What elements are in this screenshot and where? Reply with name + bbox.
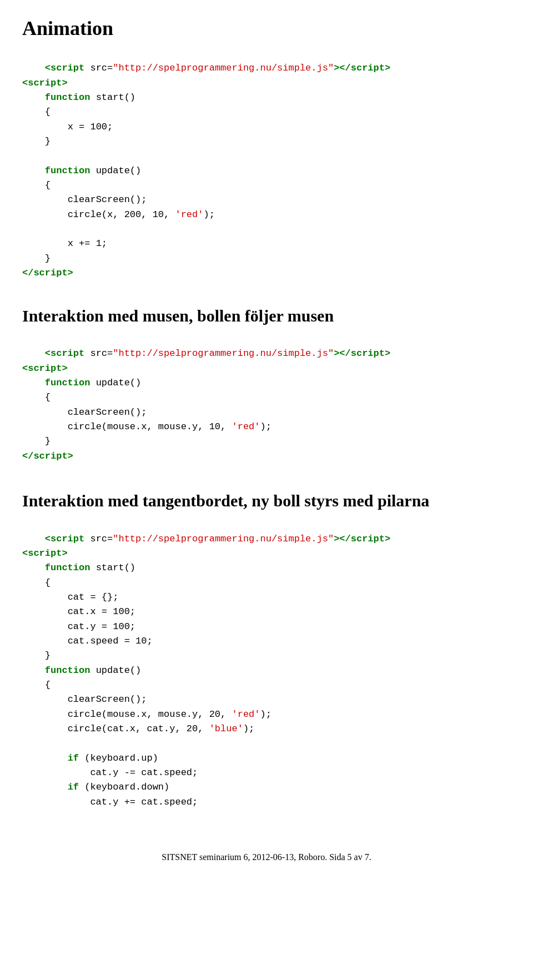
- tag-script-open-2: <script>: [22, 363, 68, 374]
- tag-script-3: <script: [45, 534, 90, 544]
- code-block-mouse: <script src="http://spelprogrammering.nu…: [22, 332, 511, 478]
- tag-script-2: <script: [45, 348, 90, 359]
- section-keyboard: Interaktion med tangentbordet, ny boll s…: [22, 491, 511, 824]
- kw-function-1: function: [45, 92, 90, 103]
- heading-keyboard: Interaktion med tangentbordet, ny boll s…: [22, 491, 511, 510]
- tag-script-open-3: <script>: [22, 548, 68, 559]
- kw-if-2: if: [68, 782, 79, 792]
- kw-function-2: function: [45, 165, 90, 176]
- code-block-keyboard: <script src="http://spelprogrammering.nu…: [22, 517, 511, 824]
- heading-mouse: Interaktion med musen, bollen följer mus…: [22, 306, 511, 325]
- kw-if-1: if: [68, 753, 79, 763]
- footer: SITSNET seminarium 6, 2012-06-13, Roboro…: [22, 847, 511, 862]
- footer-text: SITSNET seminarium 6, 2012-06-13, Roboro…: [162, 852, 371, 862]
- tag-script-open-1: <script>: [22, 78, 68, 88]
- tag-script-1: <script: [45, 63, 90, 73]
- kw-function-5: function: [45, 665, 90, 676]
- code-block-animation: <script src="http://spelprogrammering.nu…: [22, 47, 511, 295]
- kw-function-3: function: [45, 378, 90, 388]
- section-animation: Animation <script src="http://spelprogra…: [22, 17, 511, 295]
- heading-animation: Animation: [22, 17, 511, 40]
- kw-function-4: function: [45, 562, 90, 573]
- tag-script-close-2: </script>: [22, 451, 73, 461]
- tag-script-close-1: </script>: [22, 268, 73, 278]
- section-mouse: Interaktion med musen, bollen följer mus…: [22, 306, 511, 478]
